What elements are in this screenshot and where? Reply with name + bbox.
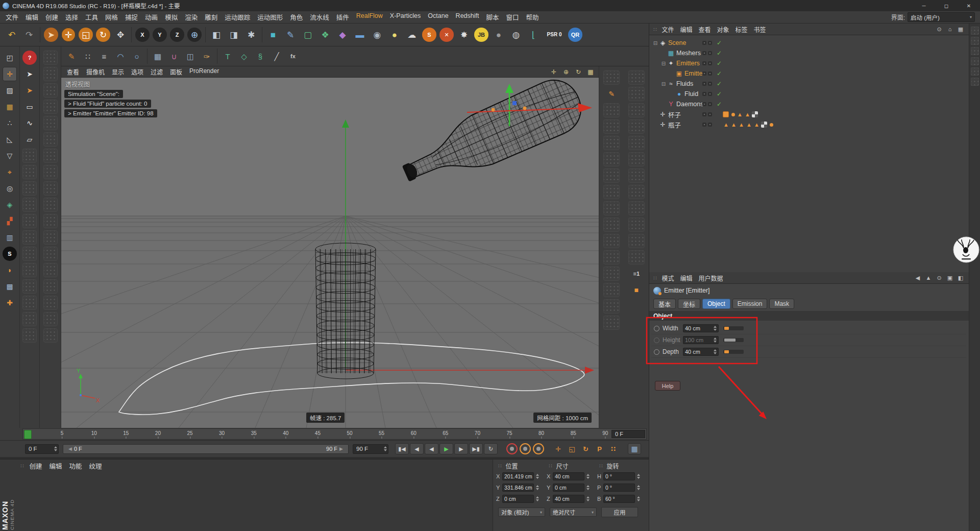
add-light-icon[interactable]: ● — [386, 27, 403, 43]
autokeying-button[interactable] — [520, 443, 531, 454]
palette-slot[interactable] — [43, 83, 58, 98]
scene-icon[interactable]: ◈ — [658, 39, 667, 46]
coord-input-尺寸-Y[interactable]: 0 cm — [553, 484, 584, 492]
tree-label[interactable]: Fluids — [676, 80, 693, 87]
tag-dot-icon[interactable] — [731, 113, 735, 116]
palette-slot[interactable] — [603, 185, 620, 199]
menu-item-运动图形[interactable]: 运动图形 — [254, 12, 286, 22]
visibility-dots[interactable] — [702, 61, 712, 65]
palette-slot[interactable] — [603, 316, 620, 330]
width-input[interactable]: 40 cm — [683, 324, 719, 332]
viewport-canvas[interactable]: Y X 透视视图 Simulation "Scene": > Fluid "Fl… — [61, 78, 599, 428]
palette-slot[interactable] — [628, 103, 645, 117]
menu-item-用户数据[interactable]: 用户数据 — [695, 274, 726, 282]
enable-axis-icon[interactable]: ⌖ — [3, 165, 17, 179]
palette-slot[interactable] — [628, 119, 645, 134]
palette-slot[interactable] — [603, 70, 620, 85]
palette-slot[interactable] — [603, 152, 620, 166]
spinner[interactable] — [586, 496, 590, 501]
menu-item-编辑[interactable]: 编辑 — [45, 461, 65, 471]
add-sky-icon[interactable]: ☁ — [404, 27, 420, 43]
panel-grip-icon[interactable]: ∷ — [20, 463, 23, 469]
layer-one-icon[interactable]: ≡1 — [628, 267, 645, 281]
select-poly-icon[interactable]: ▱ — [22, 132, 37, 147]
render-view-icon[interactable]: ◧ — [208, 27, 225, 43]
visibility-dots[interactable] — [702, 71, 712, 76]
spline-arc-icon[interactable]: ◠ — [113, 49, 128, 64]
keying-options-button[interactable] — [533, 443, 544, 454]
enabled-check-icon[interactable]: ✓ — [717, 39, 722, 46]
palette-slot[interactable] — [628, 234, 645, 248]
depth-input[interactable]: 40 cm — [683, 348, 719, 356]
realflow-icon[interactable]: ⌊ — [525, 27, 542, 43]
octane-icon[interactable]: ✸ — [456, 27, 472, 43]
expander-icon[interactable]: ⊟ — [652, 40, 658, 46]
menu-item-编辑[interactable]: 编辑 — [22, 12, 42, 22]
maximize-button[interactable]: ◻ — [935, 0, 958, 11]
add-floor-icon[interactable]: ▬ — [352, 27, 368, 43]
visibility-dots[interactable] — [702, 41, 712, 45]
palette-slot[interactable] — [22, 296, 37, 310]
goto-end-button[interactable]: ▶▮ — [469, 443, 483, 454]
workplane-mode-icon[interactable]: ▦ — [3, 100, 17, 114]
palette-slot[interactable] — [22, 165, 37, 179]
model-mode-icon[interactable]: ✛ — [3, 67, 17, 81]
key-parameter-button[interactable]: P — [593, 443, 606, 454]
palette-slot[interactable] — [43, 247, 58, 261]
menu-item-选择[interactable]: 选择 — [62, 12, 82, 22]
menu-item-创建[interactable]: 创建 — [42, 12, 62, 22]
tag-tri-icon[interactable]: ▲ — [723, 122, 729, 128]
select-rect-icon[interactable]: ▭ — [22, 100, 37, 114]
menu-item-模式[interactable]: 模式 — [658, 274, 677, 282]
palette-slot[interactable] — [971, 57, 979, 65]
frame-range-slider[interactable]: ◀ 0 F 90 F ▶ — [63, 444, 349, 454]
brush-tool-icon[interactable]: ✑ — [199, 49, 214, 64]
ruler-tick-55[interactable]: 55 — [379, 430, 384, 436]
select-cursor-icon[interactable]: ➤ — [22, 67, 37, 81]
palette-slot[interactable] — [603, 103, 620, 117]
timeline-playhead[interactable] — [24, 430, 32, 439]
palette-slot[interactable] — [628, 201, 645, 215]
tree-label[interactable]: Emitter — [684, 70, 705, 77]
tag-sq-icon[interactable] — [723, 111, 729, 117]
key-position-button[interactable]: ✛ — [552, 443, 565, 454]
menu-item-动画[interactable]: 动画 — [141, 12, 161, 22]
paint-bucket-icon[interactable]: ◗ — [3, 263, 17, 277]
key-scale-button[interactable]: ◱ — [566, 443, 578, 454]
help-button[interactable]: Help — [655, 381, 680, 391]
palette-slot[interactable] — [43, 230, 58, 245]
spinner[interactable] — [637, 474, 640, 479]
palette-slot[interactable] — [22, 181, 37, 196]
visibility-dots[interactable] — [702, 112, 712, 116]
tree-label[interactable]: 杯子 — [668, 110, 681, 119]
tree-row-Scene[interactable]: ⊟◈Scene✓ — [649, 38, 969, 48]
poly-pen-icon[interactable]: ✎ — [64, 49, 79, 64]
add-spline-icon[interactable]: ✎ — [282, 27, 299, 43]
view-label[interactable]: 透视视图 — [65, 80, 90, 88]
qr-icon[interactable]: QR — [568, 28, 582, 42]
palette-slot[interactable] — [22, 247, 37, 261]
checker-ball-icon[interactable]: ◍ — [508, 27, 524, 43]
menu-item-书签[interactable]: 书签 — [750, 25, 769, 34]
coordinate-system-icon[interactable]: ⊕ — [187, 28, 202, 42]
tab-Emission[interactable]: Emission — [732, 299, 768, 309]
select-lasso-icon[interactable]: ∿ — [22, 116, 37, 130]
home-icon[interactable]: ⌂ — [945, 25, 954, 33]
xpresso-icon[interactable]: fx — [285, 49, 301, 64]
ruler-tick-50[interactable]: 50 — [347, 430, 352, 436]
menu-item-显示[interactable]: 显示 — [108, 67, 128, 76]
zoom-view-icon[interactable]: ⊕ — [560, 67, 572, 77]
ruler-tick-20[interactable]: 20 — [155, 430, 161, 436]
ruler-tick-80[interactable]: 80 — [538, 430, 544, 436]
tree-label[interactable]: 瓶子 — [668, 120, 681, 130]
palette-slot[interactable] — [603, 201, 620, 215]
keyframe-circle[interactable] — [654, 326, 659, 331]
rotate-tool-icon[interactable]: ↻ — [96, 28, 110, 42]
daemons-icon[interactable]: Y — [667, 101, 675, 108]
ruler-tick-60[interactable]: 60 — [411, 430, 416, 436]
menu-item-RealFlow[interactable]: RealFlow — [353, 12, 386, 22]
ruler-tick-45[interactable]: 45 — [315, 430, 321, 436]
meshers-icon[interactable]: ▦ — [667, 50, 675, 57]
palette-slot[interactable] — [628, 152, 645, 166]
coord-mode-dropdown[interactable]: 对象 (相对)▾ — [498, 508, 545, 517]
